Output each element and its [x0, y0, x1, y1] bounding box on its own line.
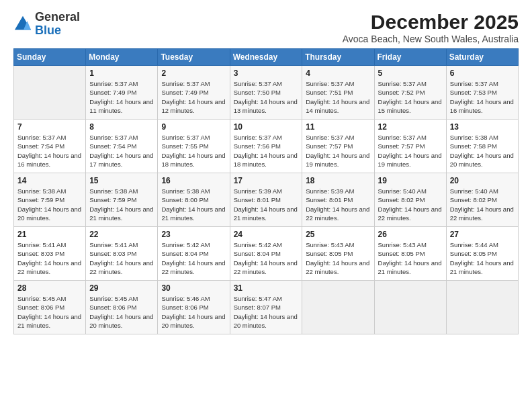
logo-general: General [35, 10, 80, 24]
calendar-cell [14, 66, 86, 120]
day-number: 8 [89, 122, 154, 132]
day-info: Sunrise: 5:43 AMSunset: 8:05 PMDaylight:… [306, 240, 370, 276]
month-title: December 2025 [343, 11, 519, 34]
calendar-cell: 16Sunrise: 5:38 AMSunset: 8:00 PMDayligh… [158, 173, 230, 227]
day-info: Sunrise: 5:38 AMSunset: 7:59 PMDaylight:… [89, 187, 154, 222]
day-info: Sunrise: 5:42 AMSunset: 8:04 PMDaylight:… [161, 240, 226, 276]
day-number: 11 [306, 122, 370, 132]
day-number: 5 [378, 68, 443, 78]
day-info: Sunrise: 5:41 AMSunset: 8:03 PMDaylight:… [17, 240, 82, 276]
weekday-header-friday: Friday [374, 49, 446, 66]
page-header: General Blue December 2025 Avoca Beach, … [13, 11, 519, 44]
calendar-week-4: 21Sunrise: 5:41 AMSunset: 8:03 PMDayligh… [14, 227, 519, 281]
day-info: Sunrise: 5:37 AMSunset: 7:49 PMDaylight:… [161, 79, 226, 115]
calendar-cell: 1Sunrise: 5:37 AMSunset: 7:49 PMDaylight… [86, 66, 158, 120]
calendar-cell: 14Sunrise: 5:38 AMSunset: 7:59 PMDayligh… [14, 173, 86, 227]
day-info: Sunrise: 5:45 AMSunset: 8:06 PMDaylight:… [89, 294, 154, 330]
day-info: Sunrise: 5:44 AMSunset: 8:05 PMDaylight:… [450, 240, 515, 276]
day-number: 24 [234, 230, 299, 239]
calendar-cell: 25Sunrise: 5:43 AMSunset: 8:05 PMDayligh… [302, 227, 374, 281]
calendar-cell: 10Sunrise: 5:37 AMSunset: 7:56 PMDayligh… [230, 120, 302, 173]
day-info: Sunrise: 5:46 AMSunset: 8:06 PMDaylight:… [161, 294, 226, 330]
day-number: 10 [234, 122, 299, 132]
calendar-cell: 18Sunrise: 5:39 AMSunset: 8:01 PMDayligh… [302, 173, 374, 227]
day-number: 28 [17, 283, 82, 293]
day-number: 27 [450, 230, 515, 239]
calendar-cell: 20Sunrise: 5:40 AMSunset: 8:02 PMDayligh… [446, 173, 518, 227]
day-info: Sunrise: 5:37 AMSunset: 7:53 PMDaylight:… [450, 79, 515, 115]
day-number: 31 [234, 283, 299, 293]
weekday-header-saturday: Saturday [446, 49, 518, 66]
day-info: Sunrise: 5:38 AMSunset: 8:00 PMDaylight:… [161, 187, 226, 222]
day-info: Sunrise: 5:37 AMSunset: 7:50 PMDaylight:… [234, 79, 299, 115]
calendar-cell: 3Sunrise: 5:37 AMSunset: 7:50 PMDaylight… [230, 66, 302, 120]
day-number: 18 [306, 176, 370, 185]
calendar-cell [374, 281, 446, 334]
calendar-cell: 2Sunrise: 5:37 AMSunset: 7:49 PMDaylight… [158, 66, 230, 120]
calendar-cell: 31Sunrise: 5:47 AMSunset: 8:07 PMDayligh… [230, 281, 302, 334]
day-info: Sunrise: 5:47 AMSunset: 8:07 PMDaylight:… [234, 294, 299, 330]
day-info: Sunrise: 5:40 AMSunset: 8:02 PMDaylight:… [450, 187, 515, 222]
day-number: 23 [161, 230, 226, 239]
day-info: Sunrise: 5:37 AMSunset: 7:51 PMDaylight:… [306, 79, 370, 115]
calendar-header: SundayMondayTuesdayWednesdayThursdayFrid… [14, 49, 519, 66]
day-info: Sunrise: 5:37 AMSunset: 7:54 PMDaylight:… [17, 133, 82, 169]
calendar-cell: 29Sunrise: 5:45 AMSunset: 8:06 PMDayligh… [86, 281, 158, 334]
logo-icon [13, 15, 32, 34]
calendar-cell: 5Sunrise: 5:37 AMSunset: 7:52 PMDaylight… [374, 66, 446, 120]
logo-text: General Blue [35, 11, 80, 38]
calendar-cell: 28Sunrise: 5:45 AMSunset: 8:06 PMDayligh… [14, 281, 86, 334]
calendar-cell [446, 281, 518, 334]
day-number: 21 [17, 230, 82, 239]
day-info: Sunrise: 5:45 AMSunset: 8:06 PMDaylight:… [17, 294, 82, 330]
calendar-cell: 6Sunrise: 5:37 AMSunset: 7:53 PMDaylight… [446, 66, 518, 120]
day-info: Sunrise: 5:43 AMSunset: 8:05 PMDaylight:… [378, 240, 443, 276]
calendar-table: SundayMondayTuesdayWednesdayThursdayFrid… [13, 48, 519, 334]
calendar-cell: 15Sunrise: 5:38 AMSunset: 7:59 PMDayligh… [86, 173, 158, 227]
day-info: Sunrise: 5:39 AMSunset: 8:01 PMDaylight:… [306, 187, 370, 222]
calendar-cell: 7Sunrise: 5:37 AMSunset: 7:54 PMDaylight… [14, 120, 86, 173]
day-number: 14 [17, 176, 82, 185]
logo-blue: Blue [35, 24, 61, 37]
calendar-week-5: 28Sunrise: 5:45 AMSunset: 8:06 PMDayligh… [14, 281, 519, 334]
day-info: Sunrise: 5:40 AMSunset: 8:02 PMDaylight:… [378, 187, 443, 222]
day-number: 17 [234, 176, 299, 185]
calendar-cell: 24Sunrise: 5:42 AMSunset: 8:04 PMDayligh… [230, 227, 302, 281]
weekday-header-tuesday: Tuesday [158, 49, 230, 66]
weekday-row: SundayMondayTuesdayWednesdayThursdayFrid… [14, 49, 519, 66]
calendar-cell: 21Sunrise: 5:41 AMSunset: 8:03 PMDayligh… [14, 227, 86, 281]
day-number: 29 [89, 283, 154, 293]
day-number: 12 [378, 122, 443, 132]
day-number: 26 [378, 230, 443, 239]
calendar-cell: 4Sunrise: 5:37 AMSunset: 7:51 PMDaylight… [302, 66, 374, 120]
calendar-week-2: 7Sunrise: 5:37 AMSunset: 7:54 PMDaylight… [14, 120, 519, 173]
calendar-week-3: 14Sunrise: 5:38 AMSunset: 7:59 PMDayligh… [14, 173, 519, 227]
calendar-week-1: 1Sunrise: 5:37 AMSunset: 7:49 PMDaylight… [14, 66, 519, 120]
logo: General Blue [13, 11, 80, 38]
day-number: 13 [450, 122, 515, 132]
day-number: 3 [234, 68, 299, 78]
day-number: 9 [161, 122, 226, 132]
title-section: December 2025 Avoca Beach, New South Wal… [343, 11, 519, 44]
day-info: Sunrise: 5:38 AMSunset: 7:59 PMDaylight:… [17, 187, 82, 222]
calendar-cell: 11Sunrise: 5:37 AMSunset: 7:57 PMDayligh… [302, 120, 374, 173]
calendar-cell: 27Sunrise: 5:44 AMSunset: 8:05 PMDayligh… [446, 227, 518, 281]
calendar-cell: 17Sunrise: 5:39 AMSunset: 8:01 PMDayligh… [230, 173, 302, 227]
day-number: 30 [161, 283, 226, 293]
day-number: 16 [161, 176, 226, 185]
day-info: Sunrise: 5:37 AMSunset: 7:57 PMDaylight:… [378, 133, 443, 169]
calendar-body: 1Sunrise: 5:37 AMSunset: 7:49 PMDaylight… [14, 66, 519, 334]
day-number: 6 [450, 68, 515, 78]
day-number: 19 [378, 176, 443, 185]
day-info: Sunrise: 5:37 AMSunset: 7:57 PMDaylight:… [306, 133, 370, 169]
day-info: Sunrise: 5:37 AMSunset: 7:55 PMDaylight:… [161, 133, 226, 169]
day-info: Sunrise: 5:37 AMSunset: 7:49 PMDaylight:… [89, 79, 154, 115]
day-info: Sunrise: 5:39 AMSunset: 8:01 PMDaylight:… [234, 187, 299, 222]
day-number: 1 [89, 68, 154, 78]
day-number: 2 [161, 68, 226, 78]
calendar-cell [302, 281, 374, 334]
day-number: 7 [17, 122, 82, 132]
day-info: Sunrise: 5:37 AMSunset: 7:52 PMDaylight:… [378, 79, 443, 115]
day-info: Sunrise: 5:37 AMSunset: 7:54 PMDaylight:… [89, 133, 154, 169]
day-info: Sunrise: 5:37 AMSunset: 7:56 PMDaylight:… [234, 133, 299, 169]
